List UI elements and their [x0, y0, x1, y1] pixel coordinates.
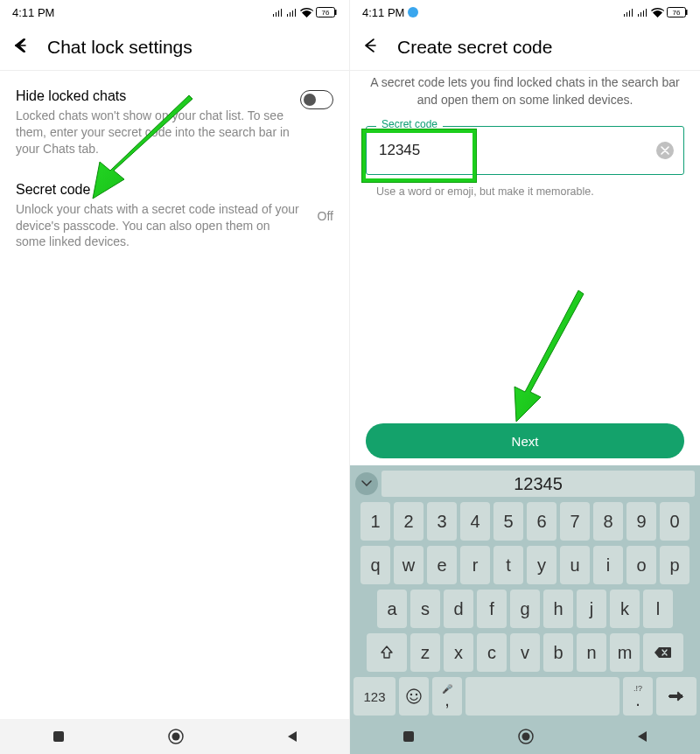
keyboard-key-3[interactable]: 3: [427, 502, 457, 541]
keyboard-emoji-key[interactable]: [399, 677, 429, 716]
keyboard-key-0[interactable]: 0: [660, 502, 690, 541]
svg-text:76: 76: [673, 9, 681, 17]
svg-text:76: 76: [322, 9, 330, 17]
setting-title: Hide locked chats: [16, 88, 291, 104]
clear-input-icon[interactable]: [656, 142, 674, 159]
notification-dot-icon: [408, 7, 418, 17]
nav-recent-icon[interactable]: [401, 729, 416, 744]
keyboard-key-k[interactable]: k: [610, 590, 640, 628]
back-icon[interactable]: [362, 37, 380, 58]
keyboard-key-9[interactable]: 9: [626, 502, 656, 541]
svg-rect-3: [53, 731, 64, 742]
svg-rect-13: [403, 731, 414, 742]
keyboard-key-u[interactable]: u: [560, 546, 590, 584]
keyboard-key-z[interactable]: z: [410, 633, 440, 672]
keyboard-key-n[interactable]: n: [577, 633, 606, 672]
setting-desc: Locked chats won't show on your chat lis…: [16, 108, 291, 157]
page-title: Create secret code: [397, 37, 552, 58]
keyboard-key-m[interactable]: m: [610, 633, 640, 672]
keyboard-key-e[interactable]: e: [427, 546, 457, 584]
secret-code-input[interactable]: 12345: [366, 126, 684, 175]
setting-desc: Unlock your chats with a secret code ins…: [16, 201, 300, 251]
status-time: 4:11 PM: [362, 6, 404, 19]
status-icons: 76: [272, 7, 337, 17]
keyboard-key-i[interactable]: i: [593, 546, 623, 584]
keyboard-key-5[interactable]: 5: [494, 502, 523, 541]
nav-back-icon[interactable]: [285, 730, 299, 744]
nav-bar: [0, 719, 349, 754]
next-button[interactable]: Next: [366, 423, 684, 458]
secret-code-field[interactable]: Secret code 12345: [366, 126, 684, 175]
keyboard-key-1[interactable]: 1: [360, 502, 390, 541]
setting-value: Off: [309, 209, 333, 223]
keyboard-key-b[interactable]: b: [543, 633, 573, 672]
keyboard-enter-key[interactable]: [656, 677, 696, 716]
phone-screen-left: 4:11 PM 76 Chat lock settings Hide locke…: [0, 0, 350, 754]
back-icon[interactable]: [12, 37, 30, 58]
keyboard-key-2[interactable]: 2: [394, 502, 424, 541]
keyboard-space-key[interactable]: [466, 677, 620, 716]
keyboard-key-g[interactable]: g: [510, 590, 540, 628]
keyboard-key-v[interactable]: v: [510, 633, 540, 672]
svg-point-10: [410, 694, 412, 695]
svg-rect-12: [669, 695, 680, 698]
keyboard-key-h[interactable]: h: [543, 590, 573, 628]
keyboard: 12345 1234567890 qwertyuiop asdfghjkl zx…: [350, 465, 700, 719]
status-bar: 4:11 PM 76: [0, 0, 349, 24]
setting-title: Secret code: [16, 182, 300, 198]
keyboard-key-q[interactable]: q: [360, 546, 390, 584]
setting-secret-code[interactable]: Secret code Unlock your chats with a sec…: [16, 182, 333, 251]
keyboard-key-l[interactable]: l: [643, 590, 673, 628]
svg-rect-1: [335, 10, 337, 15]
phone-screen-right: 4:11 PM 76 Create secret code A secret c…: [350, 0, 700, 754]
svg-point-5: [172, 733, 179, 741]
keyboard-backspace-key[interactable]: [643, 633, 683, 672]
svg-rect-7: [686, 10, 688, 15]
keyboard-suggestion[interactable]: 12345: [382, 471, 695, 497]
app-header: Create secret code: [350, 24, 700, 70]
svg-point-11: [416, 694, 417, 695]
keyboard-numbers-key[interactable]: 123: [354, 677, 396, 716]
page-title: Chat lock settings: [47, 37, 192, 58]
keyboard-comma-key[interactable]: 🎤 ,: [432, 677, 462, 716]
app-header: Chat lock settings: [0, 24, 349, 70]
nav-bar: [350, 719, 700, 754]
status-time: 4:11 PM: [12, 6, 54, 19]
keyboard-key-d[interactable]: d: [444, 590, 473, 628]
toggle-hide-locked-chats[interactable]: [300, 90, 333, 109]
svg-point-15: [522, 733, 529, 741]
status-icons: 76: [623, 7, 688, 17]
keyboard-key-p[interactable]: p: [660, 546, 690, 584]
input-label: Secret code: [376, 118, 443, 130]
keyboard-key-w[interactable]: w: [394, 546, 424, 584]
setting-hide-locked-chats[interactable]: Hide locked chats Locked chats won't sho…: [16, 88, 333, 157]
keyboard-key-t[interactable]: t: [494, 546, 523, 584]
status-bar: 4:11 PM 76: [350, 0, 700, 24]
nav-recent-icon[interactable]: [51, 729, 66, 744]
keyboard-key-j[interactable]: j: [577, 590, 606, 628]
keyboard-key-7[interactable]: 7: [560, 502, 590, 541]
nav-home-icon[interactable]: [517, 728, 535, 745]
keyboard-key-o[interactable]: o: [626, 546, 656, 584]
keyboard-key-c[interactable]: c: [477, 633, 507, 672]
keyboard-key-y[interactable]: y: [527, 546, 556, 584]
keyboard-key-a[interactable]: a: [377, 590, 407, 628]
keyboard-key-s[interactable]: s: [410, 590, 440, 628]
status-left: 4:11 PM: [362, 6, 418, 19]
nav-back-icon[interactable]: [635, 730, 649, 744]
keyboard-period-key[interactable]: .!? .: [623, 677, 653, 716]
keyboard-key-4[interactable]: 4: [460, 502, 490, 541]
keyboard-key-r[interactable]: r: [460, 546, 490, 584]
keyboard-key-f[interactable]: f: [477, 590, 507, 628]
keyboard-key-8[interactable]: 8: [593, 502, 623, 541]
keyboard-shift-key[interactable]: [367, 633, 407, 672]
input-hint: Use a word or emoji, but make it memorab…: [376, 185, 684, 198]
keyboard-key-6[interactable]: 6: [527, 502, 556, 541]
svg-point-9: [407, 689, 421, 703]
keyboard-key-x[interactable]: x: [444, 633, 473, 672]
keyboard-collapse-icon[interactable]: [355, 472, 378, 495]
nav-home-icon[interactable]: [167, 728, 185, 745]
